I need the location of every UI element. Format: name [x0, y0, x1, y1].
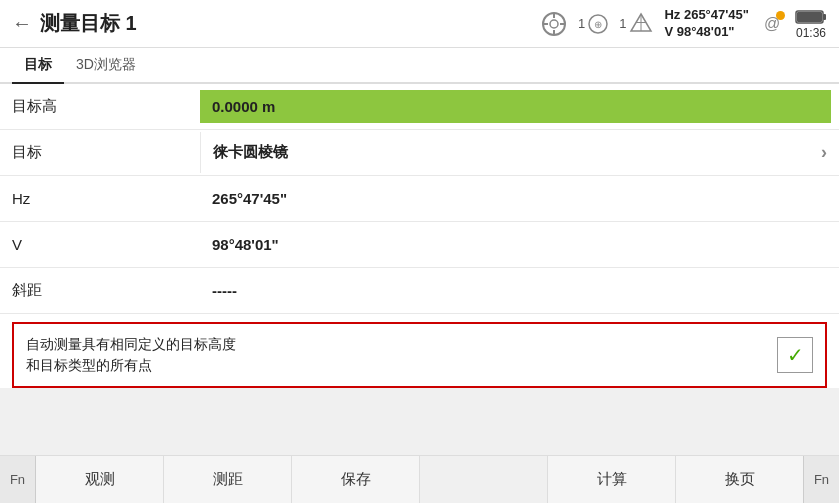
tab-3d-browser[interactable]: 3D浏览器 — [64, 48, 148, 82]
v-display: V 98°48'01" — [664, 24, 734, 41]
value-slope-dist: ----- — [200, 272, 839, 309]
checkbox-section: 自动测量具有相同定义的目标高度 和目标类型的所有点 ✓ — [12, 322, 827, 388]
toolbar-items: 观测 测距 保存 计算 换页 — [36, 456, 803, 503]
page-title: 测量目标 1 — [40, 10, 540, 37]
prism-count: 1 — [619, 16, 626, 31]
toolbar-page[interactable]: 换页 — [676, 456, 803, 503]
value-target[interactable]: 徕卡圆棱镜 › — [200, 132, 839, 173]
prism-status: 1 — [619, 11, 654, 37]
target-name: 徕卡圆棱镜 — [213, 143, 288, 162]
notification-icon: @ — [759, 11, 785, 37]
time-display: 01:36 — [796, 26, 826, 40]
value-v: 98°48'01" — [200, 226, 839, 263]
notification-badge — [776, 11, 785, 20]
auto-measure-checkbox[interactable]: ✓ — [777, 337, 813, 373]
value-target-height[interactable]: 0.0000 m — [200, 90, 831, 123]
header-status-icons: 1 ⊕ 1 Hz 265°47'45" V 98°48'01" @ — [540, 7, 827, 41]
prism-icon — [628, 11, 654, 37]
toolbar-distance[interactable]: 测距 — [164, 456, 292, 503]
label-v: V — [0, 226, 200, 263]
back-button[interactable]: ← — [12, 12, 32, 35]
row-target: 目标 徕卡圆棱镜 › — [0, 130, 839, 176]
back-icon: ← — [12, 12, 32, 35]
fn-right-button[interactable]: Fn — [803, 456, 839, 504]
svg-text:⊕: ⊕ — [594, 19, 602, 30]
toolbar: Fn 观测 测距 保存 计算 换页 Fn — [0, 455, 839, 503]
battery-icon — [795, 8, 827, 26]
value-hz: 265°47'45" — [200, 180, 839, 217]
checkbox-text-line1: 自动测量具有相同定义的目标高度 — [26, 336, 236, 352]
svg-rect-12 — [823, 14, 826, 20]
checkbox-text: 自动测量具有相同定义的目标高度 和目标类型的所有点 — [26, 334, 765, 376]
toolbar-observe[interactable]: 观测 — [36, 456, 164, 503]
svg-point-1 — [550, 20, 558, 28]
row-target-height: 目标高 0.0000 m — [0, 84, 839, 130]
fn-left-button[interactable]: Fn — [0, 456, 36, 504]
row-v: V 98°48'01" — [0, 222, 839, 268]
label-hz: Hz — [0, 180, 200, 217]
header: ← 测量目标 1 1 ⊕ 1 — [0, 0, 839, 48]
satellite-status: 1 ⊕ — [578, 13, 609, 35]
tab-target[interactable]: 目标 — [12, 48, 64, 82]
battery-status: 01:36 — [795, 8, 827, 40]
toolbar-save[interactable]: 保存 — [292, 456, 420, 503]
arrow-right-icon: › — [821, 142, 827, 163]
label-target-height: 目标高 — [0, 87, 200, 126]
hz-display: Hz 265°47'45" — [664, 7, 749, 24]
angle-display: Hz 265°47'45" V 98°48'01" — [664, 7, 749, 41]
row-hz: Hz 265°47'45" — [0, 176, 839, 222]
main-content: 目标高 0.0000 m 目标 徕卡圆棱镜 › Hz 265°47'45" V … — [0, 84, 839, 388]
checkbox-text-line2: 和目标类型的所有点 — [26, 357, 152, 373]
crosshair-icon — [540, 10, 568, 38]
svg-rect-13 — [797, 12, 822, 22]
toolbar-calculate[interactable]: 计算 — [548, 456, 676, 503]
checkmark-icon: ✓ — [787, 343, 804, 367]
satellite-count: 1 — [578, 16, 585, 31]
toolbar-empty — [420, 456, 548, 503]
tab-bar: 目标 3D浏览器 — [0, 48, 839, 84]
label-slope-dist: 斜距 — [0, 271, 200, 310]
satellite-icon: ⊕ — [587, 13, 609, 35]
label-target: 目标 — [0, 133, 200, 172]
row-slope-dist: 斜距 ----- — [0, 268, 839, 314]
